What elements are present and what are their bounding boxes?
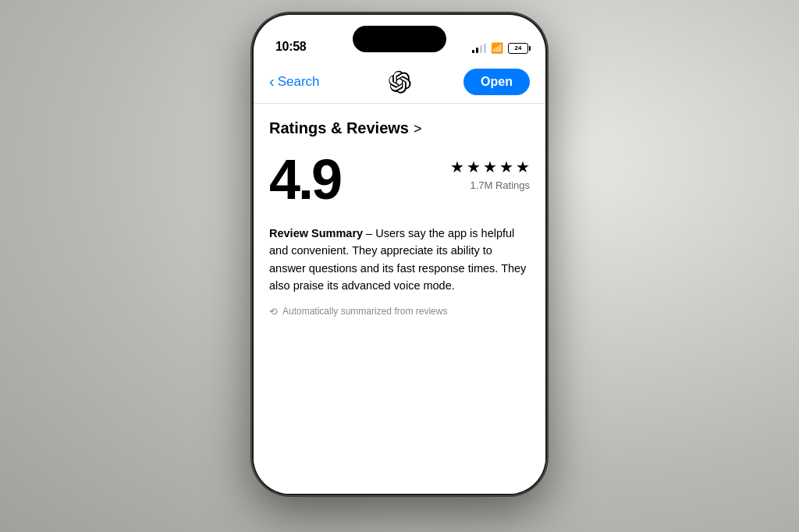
star-3-icon: ★ [483,158,497,176]
back-chevron-icon: ‹ [269,73,275,90]
nav-bar: ‹ Search Open [254,60,545,104]
ratings-title: Ratings & Reviews [269,119,409,137]
dynamic-island [353,26,446,52]
phone-screen: 10:58 📶 24 [254,15,545,494]
openai-logo-icon [388,70,411,94]
phone-device: 10:58 📶 24 [251,12,548,496]
star-5-icon: ★ [516,158,530,176]
battery-icon: 24 [508,43,528,54]
review-summary: Review Summary – Users say the app is he… [269,225,530,295]
rating-stars-section: ★ ★ ★ ★ ★ 1.7M Ratings [450,151,530,191]
back-button[interactable]: ‹ Search [269,73,320,90]
ratings-header[interactable]: Ratings & Reviews > [269,119,530,137]
wifi-icon: 📶 [491,42,503,54]
star-2-icon: ★ [467,158,481,176]
phone-body: 10:58 📶 24 [251,12,548,496]
open-button[interactable]: Open [463,69,530,95]
content-area: Ratings & Reviews > 4.9 ★ ★ ★ ★ ★ 1.7M R… [254,104,545,494]
signal-icon [472,44,486,53]
ratings-main: 4.9 ★ ★ ★ ★ ★ 1.7M Ratings [269,151,530,207]
status-icons: 📶 24 [472,42,528,54]
stars-row: ★ ★ ★ ★ ★ [450,158,530,176]
back-label: Search [278,74,320,90]
auto-summary-label: Automatically summarized from reviews [282,306,447,317]
auto-summary: ⟲ Automatically summarized from reviews [269,306,530,317]
auto-summary-icon: ⟲ [269,306,278,317]
star-1-icon: ★ [450,158,464,176]
ratings-count: 1.7M Ratings [470,179,530,191]
review-summary-bold: Review Summary [269,227,363,239]
rating-score: 4.9 [269,151,340,207]
star-4-icon: ★ [499,158,513,176]
app-icon [386,69,413,95]
status-time: 10:58 [275,40,306,54]
ratings-chevron-icon: > [414,121,422,137]
